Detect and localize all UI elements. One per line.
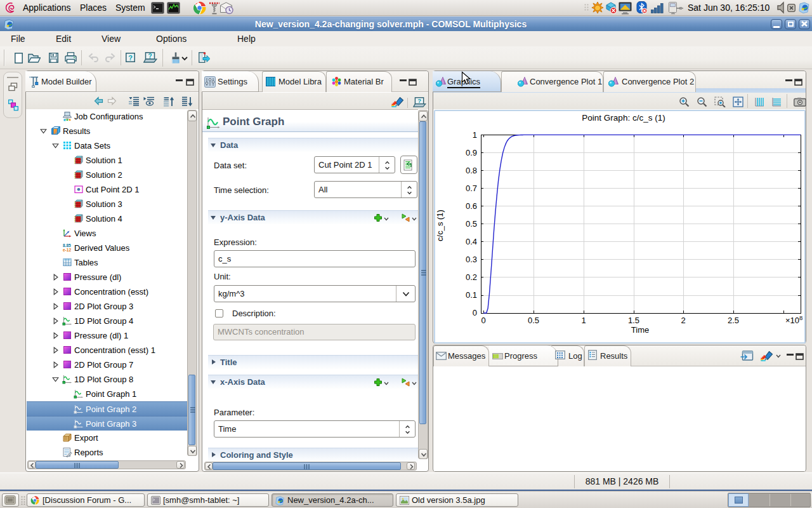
svg-text:1: 1 [473,130,477,140]
svg-text:?: ? [128,54,133,62]
svg-text:2.5: 2.5 [728,316,739,325]
svg-text:0.5: 0.5 [528,316,539,325]
svg-text:Time: Time [631,325,649,335]
svg-text:c/c_s (1): c/c_s (1) [435,210,445,241]
svg-text:2: 2 [681,316,685,325]
svg-text:0.9: 0.9 [466,148,477,157]
svg-text:?: ? [417,97,421,104]
svg-text:0.6: 0.6 [466,201,477,211]
svg-text:1: 1 [581,316,586,325]
svg-text:1.5: 1.5 [628,316,639,325]
svg-text:0.4: 0.4 [466,237,477,246]
svg-text:?: ? [148,53,152,60]
svg-text:Point Graph: c/c_s (1): Point Graph: c/c_s (1) [582,113,665,123]
svg-text:0.8: 0.8 [466,166,477,175]
svg-text:0.5: 0.5 [466,219,477,229]
svg-text:0.7: 0.7 [466,184,477,193]
svg-text:0.1: 0.1 [466,290,477,300]
svg-text:×108: ×108 [785,314,802,325]
svg-text:0.2: 0.2 [466,272,477,282]
svg-text:0: 0 [473,308,477,318]
svg-text:0.3: 0.3 [466,255,477,264]
svg-text:0: 0 [481,316,485,325]
